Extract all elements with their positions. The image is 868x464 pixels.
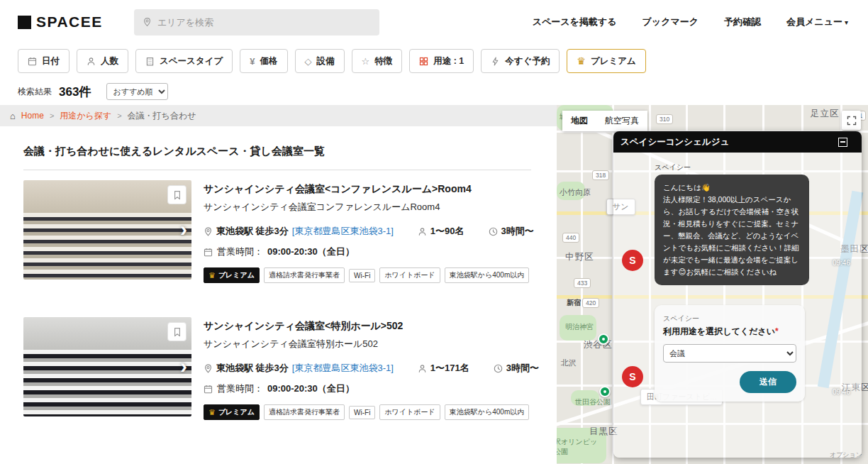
capacity-info: 1〜171名 — [418, 362, 469, 375]
next-photo-arrow[interactable]: › — [180, 355, 187, 377]
sort-select[interactable]: おすすめ順 — [106, 83, 168, 100]
filter-price-button[interactable]: ¥ 価格 — [240, 49, 287, 73]
premium-badge-label: プレミアム — [218, 270, 255, 280]
nav-list-space[interactable]: スペースを掲載する — [533, 16, 617, 28]
business-hours-row: 営業時間： 09:00-20:30（全日） — [204, 382, 531, 395]
bolt-icon — [491, 57, 500, 66]
breadcrumb-separator: > — [50, 111, 54, 120]
address-link[interactable]: [東京都豊島区東池袋3-1] — [292, 225, 394, 238]
bookmark-icon — [172, 190, 182, 200]
breadcrumb-home[interactable]: Home — [21, 111, 44, 121]
listing-title[interactable]: サンシャインシティ会議室<コンファレンスルーム>Room4 — [204, 183, 531, 196]
avatar: S — [622, 366, 643, 387]
section-title-wrap: 会議・打ち合わせに使えるレンタルスペース・貸し会議室一覧 — [23, 145, 531, 170]
form-actions: 送信 — [663, 371, 796, 393]
map-label-park: 明治神宮 — [565, 322, 594, 332]
filter-features-button[interactable]: ☆ 特徴 — [352, 49, 403, 73]
person-icon — [418, 227, 427, 236]
logo-text: SPACEE — [36, 13, 103, 31]
duration-info: 3時間〜 — [494, 362, 539, 375]
listing-card-body: サンシャインシティ会議室<コンファレンスルーム>Room4 サンシャインシティ会… — [191, 180, 531, 283]
breadcrumb-separator: > — [117, 111, 121, 120]
map-label-ward: 足立区 — [811, 108, 840, 120]
filter-space-type-button[interactable]: スペースタイプ — [135, 49, 233, 73]
area-search-box[interactable] — [134, 9, 379, 35]
filter-capacity-button[interactable]: 人数 — [77, 49, 128, 73]
hours-value: 09:00-20:30（全日） — [267, 245, 355, 258]
premium-badge-label: プレミアム — [218, 407, 255, 417]
duration-text: 3時間〜 — [506, 362, 539, 375]
map-label-place: 北沢 — [561, 358, 577, 368]
listing-info-row: 東池袋駅 徒歩3分 [東京都豊島区東池袋3-1] 1〜171名 3時間〜 — [204, 362, 531, 375]
filter-equipment-button[interactable]: ◇ 設備 — [295, 49, 345, 73]
crown-icon: ♛ — [208, 272, 216, 280]
station-info: 東池袋駅 徒歩3分 [東京都豊島区東池袋3-1] — [204, 225, 394, 238]
map-pin[interactable] — [599, 386, 611, 397]
tag-chip: 東池袋駅から400m以内 — [445, 404, 529, 420]
listing-photo[interactable]: › — [23, 180, 191, 280]
route-shield: 310 — [656, 114, 673, 124]
tag-chip: ホワイトボード — [379, 267, 440, 283]
home-icon: ⌂ — [10, 111, 16, 121]
business-hours-row: 営業時間： 09:00-20:30（全日） — [204, 245, 531, 258]
nav-bookmarks[interactable]: ブックマーク — [642, 16, 699, 28]
chat-message-group: スペイシー こんにちは👋 法人様限定！38,000以上のスペースから、お話しする… — [622, 162, 853, 285]
filter-date-button[interactable]: 日付 — [18, 49, 69, 73]
tag-chip: 適格請求書発行事業者 — [264, 404, 345, 420]
filter-premium-button[interactable]: ♛ プレミアム — [567, 49, 646, 73]
purpose-question-text: 利用用途を選択してください — [663, 326, 775, 336]
calendar-icon — [204, 248, 213, 257]
chat-body: スペイシー こんにちは👋 法人様限定！38,000以上のスペースから、お話しする… — [613, 153, 862, 458]
fullscreen-button[interactable] — [842, 111, 861, 130]
next-photo-arrow[interactable]: › — [180, 219, 187, 240]
listing-card: › サンシャインシティ会議室<コンファレンスルーム>Room4 サンシャインシテ… — [23, 180, 531, 283]
filter-label: 価格 — [260, 55, 278, 67]
nav-member-menu[interactable]: 会員メニュー▾ — [786, 16, 848, 28]
star-icon: ☆ — [362, 57, 370, 66]
top-header: SPACEE スペースを掲載する ブックマーク 予約確認 会員メニュー▾ — [0, 0, 868, 44]
filter-instant-booking-button[interactable]: 今すぐ予約 — [481, 49, 560, 73]
page-title: 会議・打ち合わせに使えるレンタルスペース・貸し会議室一覧 — [23, 145, 531, 158]
map-label-ward: 中野区 — [565, 251, 594, 263]
results-bar: 検索結果 363件 おすすめ順 — [0, 78, 868, 105]
breadcrumb-current: 会議・打ち合わせ — [128, 110, 196, 122]
concierge-chat-widget: スペイシーコンシェルジュ スペイシー こんにちは👋 法人様限定！38,000以上… — [613, 131, 862, 458]
tag-row: ♛プレミアム 適格請求書発行事業者 Wi-Fi ホワイトボード 東池袋駅から40… — [204, 267, 531, 283]
message-timestamp: 09:46 — [833, 388, 850, 396]
filter-label: 特徴 — [374, 55, 392, 67]
bookmark-button[interactable] — [167, 322, 187, 341]
purpose-select[interactable]: 会議 — [663, 344, 796, 363]
premium-badge: ♛プレミアム — [204, 267, 260, 283]
map-view-button[interactable]: 地図 — [562, 111, 596, 131]
map-pin[interactable] — [598, 333, 609, 345]
tag-chip: 適格請求書発行事業者 — [264, 267, 345, 283]
filter-purpose-button[interactable]: 用途 : 1 — [409, 49, 474, 73]
listing-photo[interactable]: › — [23, 317, 191, 416]
area-search-input[interactable] — [157, 17, 371, 28]
required-mark: * — [775, 326, 779, 336]
breadcrumb-purpose[interactable]: 用途から探す — [60, 110, 111, 122]
listing-column: ⌂ Home > 用途から探す > 会議・打ち合わせ 会議・打ち合わせに使えるレ… — [0, 105, 557, 464]
map-canvas[interactable]: 足立区 城北中央公園 小竹向原 中野区 新宿 明治神宮 渋谷区 北沢 世田谷公園… — [557, 105, 868, 464]
send-button[interactable]: 送信 — [740, 371, 796, 393]
tag-chip: 東池袋駅から400m以内 — [445, 267, 529, 283]
clock-icon — [494, 364, 503, 373]
capacity-info: 1〜90名 — [418, 225, 464, 238]
address-link[interactable]: [東京都豊島区東池袋3-1] — [292, 362, 394, 375]
spacee-logo[interactable]: SPACEE — [18, 13, 103, 31]
hours-label: 営業時間： — [217, 382, 263, 395]
bookmark-button[interactable] — [167, 185, 187, 204]
nav-reservations[interactable]: 予約確認 — [724, 16, 761, 28]
satellite-view-button[interactable]: 航空写真 — [596, 111, 647, 131]
location-pin-icon — [204, 364, 213, 373]
chat-sender: スペイシー — [655, 162, 853, 172]
calendar-icon — [204, 385, 213, 394]
chat-title: スペイシーコンシェルジュ — [621, 136, 729, 148]
chat-message: 法人様限定！38,000以上のスペースから、お話しするだけで会場候補・空き状況・… — [663, 194, 801, 278]
route-shield: 440 — [562, 233, 579, 243]
minimize-icon[interactable] — [838, 138, 847, 147]
breadcrumb: ⌂ Home > 用途から探す > 会議・打ち合わせ — [0, 105, 557, 126]
listing-title[interactable]: サンシャインシティ会議室<特別ホール>502 — [204, 320, 531, 333]
filter-bar: 日付 人数 スペースタイプ ¥ 価格 ◇ 設備 ☆ 特徴 用途 : 1 今すぐ予… — [0, 44, 868, 78]
location-pin-icon — [204, 227, 213, 236]
